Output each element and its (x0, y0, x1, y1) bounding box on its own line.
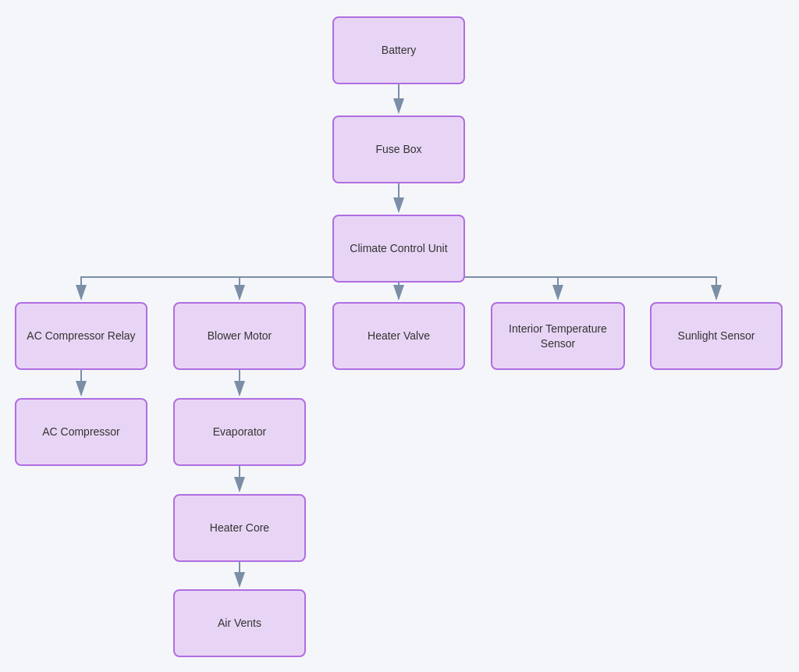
sunlight-sensor-node: Sunlight Sensor (650, 302, 783, 370)
battery-node: Battery (332, 16, 465, 84)
blower-motor-node: Blower Motor (173, 302, 306, 370)
ac-relay-node: AC Compressor Relay (15, 302, 147, 370)
evaporator-node: Evaporator (173, 398, 306, 466)
fuse-box-node: Fuse Box (332, 116, 465, 183)
heater-core-node: Heater Core (173, 494, 306, 562)
heater-valve-node: Heater Valve (332, 302, 465, 370)
climate-control-node: Climate Control Unit (332, 215, 465, 283)
interior-sensor-node: Interior Temperature Sensor (491, 302, 625, 370)
air-vents-node: Air Vents (173, 589, 306, 657)
ac-compressor-node: AC Compressor (15, 398, 147, 466)
diagram-container: Battery Fuse Box Climate Control Unit AC… (0, 0, 799, 672)
